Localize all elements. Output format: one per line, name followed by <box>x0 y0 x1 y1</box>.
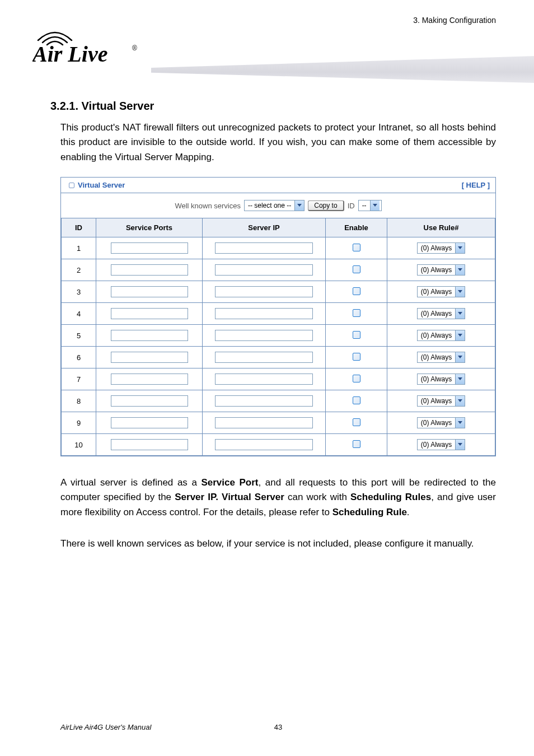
cell-id: 7 <box>62 368 96 390</box>
chevron-down-icon <box>455 352 465 362</box>
virtual-server-table: ID Service Ports Server IP Enable Use Ru… <box>61 218 495 456</box>
chevron-down-icon <box>455 309 465 319</box>
table-row: 5(0) Always <box>62 325 495 347</box>
enable-checkbox[interactable] <box>353 396 360 404</box>
use-rule-select[interactable]: (0) Always <box>417 439 465 450</box>
table-row: 1(0) Always <box>62 237 495 259</box>
use-rule-select[interactable]: (0) Always <box>417 264 465 276</box>
svg-text:Air Live: Air Live <box>32 41 107 67</box>
server-ip-input[interactable] <box>215 264 313 276</box>
cell-id: 4 <box>62 303 96 325</box>
server-ip-input[interactable] <box>215 395 313 407</box>
chevron-down-icon <box>455 330 465 340</box>
section-heading: 3.2.1. Virtual Server <box>50 100 496 113</box>
svg-text:®: ® <box>132 44 137 52</box>
enable-checkbox[interactable] <box>353 375 360 382</box>
service-ports-input[interactable] <box>111 286 188 297</box>
chevron-down-icon <box>455 396 465 406</box>
chevron-down-icon <box>455 265 465 275</box>
server-ip-input[interactable] <box>215 242 313 254</box>
enable-checkbox[interactable] <box>353 287 360 295</box>
enable-checkbox[interactable] <box>353 418 360 426</box>
enable-checkbox[interactable] <box>353 440 360 448</box>
well-known-select[interactable]: -- select one -- <box>244 200 305 211</box>
server-ip-input[interactable] <box>215 439 313 450</box>
panel-title: Virtual Server <box>78 181 125 189</box>
service-ports-input[interactable] <box>111 242 188 254</box>
service-ports-input[interactable] <box>111 439 188 450</box>
server-ip-input[interactable] <box>215 330 313 341</box>
col-header-use-rule: Use Rule# <box>387 218 495 237</box>
chevron-down-icon <box>455 243 465 253</box>
chevron-down-icon <box>455 374 465 384</box>
table-row: 2(0) Always <box>62 259 495 281</box>
enable-checkbox[interactable] <box>353 265 360 273</box>
panel-filter-row: Well known services -- select one -- Cop… <box>61 193 495 218</box>
service-ports-input[interactable] <box>111 308 188 319</box>
cell-id: 6 <box>62 347 96 368</box>
enable-checkbox[interactable] <box>353 353 360 361</box>
brand-logo: Air Live ® <box>32 28 147 69</box>
server-ip-input[interactable] <box>215 286 313 297</box>
table-row: 9(0) Always <box>62 412 495 434</box>
service-ports-input[interactable] <box>111 352 188 363</box>
panel-bullet-icon <box>69 183 74 188</box>
use-rule-select[interactable]: (0) Always <box>417 308 465 319</box>
copy-to-button[interactable]: Copy to <box>308 200 344 211</box>
server-ip-input[interactable] <box>215 417 313 428</box>
id-select[interactable]: -- <box>358 200 382 211</box>
footer-page-number: 43 <box>274 723 282 731</box>
header-stripe <box>151 56 534 83</box>
chevron-down-icon <box>370 200 380 211</box>
table-row: 8(0) Always <box>62 390 495 412</box>
use-rule-select[interactable]: (0) Always <box>417 395 465 407</box>
cell-id: 10 <box>62 434 96 456</box>
use-rule-select[interactable]: (0) Always <box>417 330 465 341</box>
col-header-id: ID <box>62 218 96 237</box>
enable-checkbox[interactable] <box>353 331 360 339</box>
chevron-down-icon <box>455 418 465 428</box>
server-ip-input[interactable] <box>215 374 313 385</box>
chevron-down-icon <box>455 287 465 297</box>
table-row: 7(0) Always <box>62 368 495 390</box>
chevron-down-icon <box>294 200 304 211</box>
col-header-server-ip: Server IP <box>203 218 326 237</box>
use-rule-select[interactable]: (0) Always <box>417 242 465 254</box>
enable-checkbox[interactable] <box>353 309 360 317</box>
server-ip-input[interactable] <box>215 308 313 319</box>
cell-id: 5 <box>62 325 96 347</box>
service-ports-input[interactable] <box>111 330 188 341</box>
col-header-enable: Enable <box>326 218 387 237</box>
service-ports-input[interactable] <box>111 395 188 407</box>
chevron-down-icon <box>455 440 465 450</box>
service-ports-input[interactable] <box>111 264 188 276</box>
cell-id: 3 <box>62 281 96 303</box>
body-paragraph-1: A virtual server is defined as a Service… <box>60 475 496 520</box>
table-row: 10(0) Always <box>62 434 495 456</box>
intro-paragraph: This product's NAT firewall filters out … <box>60 120 496 165</box>
use-rule-select[interactable]: (0) Always <box>417 417 465 428</box>
cell-id: 9 <box>62 412 96 434</box>
cell-id: 8 <box>62 390 96 412</box>
enable-checkbox[interactable] <box>353 244 360 251</box>
well-known-label: Well known services <box>175 202 241 210</box>
table-row: 6(0) Always <box>62 347 495 368</box>
table-row: 3(0) Always <box>62 281 495 303</box>
table-row: 4(0) Always <box>62 303 495 325</box>
id-label: ID <box>348 202 355 210</box>
col-header-service-ports: Service Ports <box>96 218 203 237</box>
use-rule-select[interactable]: (0) Always <box>417 352 465 363</box>
help-link[interactable]: [ HELP ] <box>462 181 490 189</box>
cell-id: 1 <box>62 237 96 259</box>
body-paragraph-2: There is well known services as below, i… <box>60 536 496 551</box>
chapter-label: 3. Making Configuration <box>413 16 496 25</box>
virtual-server-panel: Virtual Server [ HELP ] Well known servi… <box>60 177 496 456</box>
service-ports-input[interactable] <box>111 374 188 385</box>
use-rule-select[interactable]: (0) Always <box>417 286 465 297</box>
cell-id: 2 <box>62 259 96 281</box>
use-rule-select[interactable]: (0) Always <box>417 374 465 385</box>
server-ip-input[interactable] <box>215 352 313 363</box>
service-ports-input[interactable] <box>111 417 188 428</box>
